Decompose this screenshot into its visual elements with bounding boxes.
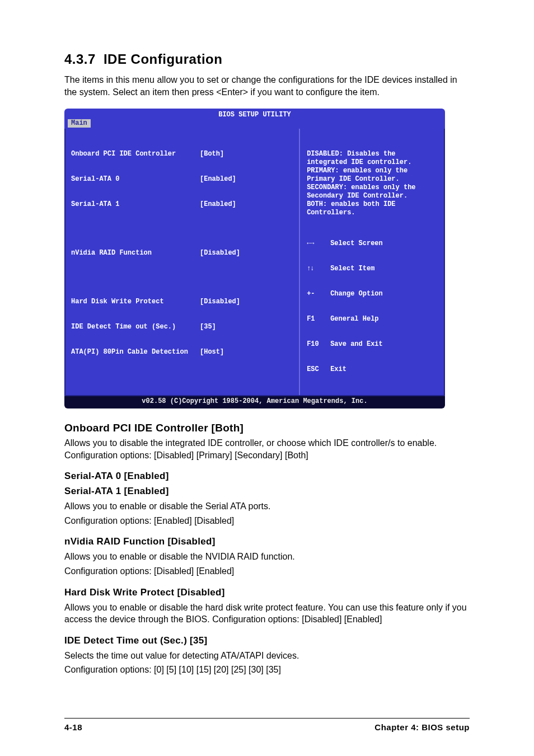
subsection-heading: nVidia RAID Function [Disabled] [64,536,470,548]
subsection-body: Selects the time out value for detecting… [64,650,470,662]
subsection-body: Allows you to enable or disable the hard… [64,602,470,626]
bios-copyright: v02.58 (C)Copyright 1985-2004, American … [64,396,445,408]
bios-settings-panel: Onboard PCI IDE Controller[Both] Serial-… [65,129,300,395]
bios-item-value: [Both] [200,150,224,158]
subsection-body: Configuration options: [0] [5] [10] [15]… [64,664,470,676]
subsection-heading: Serial-ATA 1 [Enabled] [64,485,470,498]
subsection-heading: Serial-ATA 0 [Enabled] [64,470,470,483]
plusminus-icon: +- [307,290,330,298]
bios-item[interactable]: Hard Disk Write Protect[Disabled] [71,298,293,306]
f1-key-icon: F1 [307,315,330,323]
bios-nav-row: ←→Select Screen [307,240,438,248]
bios-tab-main[interactable]: Main [68,119,91,128]
subsection-heading: Hard Disk Write Protect [Disabled] [64,586,470,599]
bios-help-text: DISABLED: Disables the integrated IDE co… [307,150,438,217]
bios-item-label: Onboard PCI IDE Controller [71,150,200,158]
bios-nav-label: Exit [330,365,346,374]
bios-item-label: ATA(PI) 80Pin Cable Detection [71,348,200,356]
bios-item[interactable]: nVidia RAID Function[Disabled] [71,249,293,257]
bios-item-label: Hard Disk Write Protect [71,298,200,306]
intro-paragraph: The items in this menu allow you to set … [64,74,470,98]
bios-item-value: [Host] [200,348,224,356]
subsection-heading: Onboard PCI IDE Controller [Both] [64,421,470,435]
bios-item-value: [Disabled] [200,249,240,257]
arrows-ud-icon: ↑↓ [307,265,330,273]
section-heading: 4.3.7IDE Configuration [64,50,470,68]
page-number: 4-18 [64,722,82,733]
bios-item-value: [Disabled] [200,298,240,306]
bios-item[interactable]: Onboard PCI IDE Controller[Both] [71,150,293,158]
subsection-body: Configuration options: [Disabled] [Enabl… [64,565,470,577]
subsection-body: Configuration options: [Enabled] [Disabl… [64,515,470,527]
bios-screenshot: BIOS SETUP UTILITY Main Onboard PCI IDE … [64,109,445,408]
bios-item[interactable]: ATA(PI) 80Pin Cable Detection[Host] [71,348,293,356]
esc-key-icon: ESC [307,365,330,374]
subsection-body: Allows you to enable or disable the NVID… [64,551,470,563]
bios-tabs: Main [64,119,445,129]
section-title: IDE Configuration [104,51,222,67]
chapter-label: Chapter 4: BIOS setup [374,722,470,733]
bios-nav-label: Change Option [330,290,383,298]
bios-nav-row: ESCExit [307,365,438,374]
bios-nav-label: Select Screen [330,240,383,248]
bios-nav-row: +-Change Option [307,290,438,298]
bios-item-label: nVidia RAID Function [71,249,200,257]
f10-key-icon: F10 [307,340,330,349]
bios-nav-label: Save and Exit [330,340,383,349]
subsection-heading: IDE Detect Time out (Sec.) [35] [64,635,470,647]
bios-nav-row: F1General Help [307,315,438,323]
bios-item-value: [Enabled] [200,175,236,184]
bios-item-value: [35] [200,323,216,331]
bios-item[interactable]: Serial-ATA 1[Enabled] [71,200,293,209]
bios-title: BIOS SETUP UTILITY [64,109,445,119]
bios-item-label: Serial-ATA 1 [71,200,200,209]
subsection-body: Allows you to disable the integrated IDE… [64,437,470,461]
bios-item-label: IDE Detect Time out (Sec.) [71,323,200,331]
arrows-lr-icon: ←→ [307,240,330,248]
bios-item[interactable]: IDE Detect Time out (Sec.)[35] [71,323,293,331]
section-number: 4.3.7 [64,51,96,67]
subsection-body: Allows you to enable or disable the Seri… [64,500,470,513]
bios-help-panel: DISABLED: Disables the integrated IDE co… [300,129,444,395]
bios-nav-row: F10Save and Exit [307,340,438,349]
bios-item[interactable]: Serial-ATA 0[Enabled] [71,175,293,184]
bios-nav-label: Select Item [330,265,374,273]
bios-item-value: [Enabled] [200,200,236,209]
bios-nav-row: ↑↓Select Item [307,265,438,273]
bios-nav-label: General Help [330,315,378,323]
page-footer: 4-18 Chapter 4: BIOS setup [64,718,470,733]
bios-item-label: Serial-ATA 0 [71,175,200,184]
